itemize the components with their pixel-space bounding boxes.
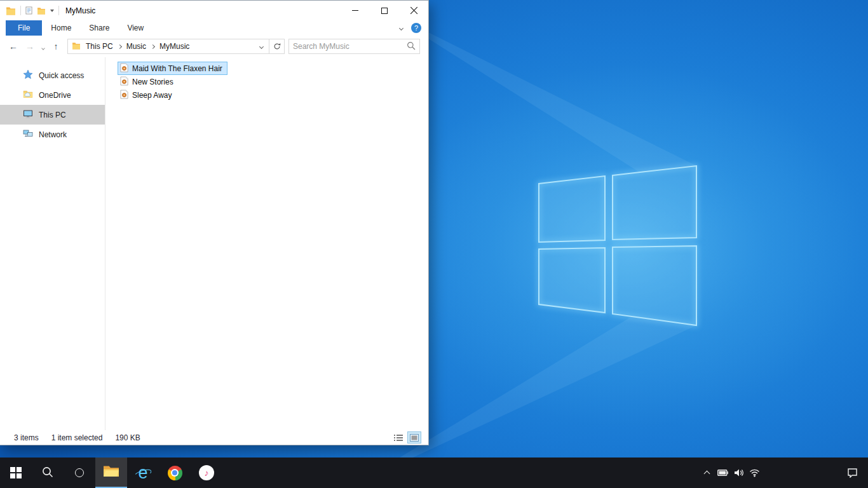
file-item-new-stories[interactable]: New Stories — [118, 75, 179, 88]
taskbar-file-explorer-button[interactable] — [95, 458, 127, 488]
internet-explorer-icon: e — [134, 464, 152, 482]
music-file-icon — [120, 63, 128, 74]
window-controls — [341, 1, 428, 20]
cortana-icon — [75, 468, 84, 477]
qat-properties-button[interactable] — [25, 6, 32, 15]
volume-button[interactable] — [731, 458, 747, 488]
titlebar-separator — [20, 6, 21, 15]
sidebar-item-quick-access[interactable]: Quick access — [0, 65, 105, 85]
sidebar-item-network[interactable]: Network — [0, 125, 105, 144]
taskbar-chrome-button[interactable] — [159, 458, 191, 488]
breadcrumb-this-pc[interactable]: This PC — [85, 42, 114, 51]
onedrive-folder-icon — [23, 89, 33, 101]
computer-icon — [23, 109, 33, 121]
sidebar-item-label: OneDrive — [39, 91, 71, 100]
file-explorer-icon — [103, 464, 119, 480]
taskbar: e ♪ — [0, 458, 868, 488]
search-icon — [42, 466, 53, 480]
up-button[interactable]: ↑ — [48, 42, 64, 51]
itunes-icon: ♪ — [199, 465, 214, 480]
network-wifi-button[interactable] — [747, 458, 763, 488]
sidebar-item-label: This PC — [39, 111, 66, 119]
sidebar-item-label: Network — [39, 130, 67, 139]
file-name: New Stories — [132, 78, 173, 86]
chevron-up-icon — [704, 471, 710, 477]
action-center-button[interactable] — [837, 458, 867, 488]
address-toolbar: ← → ↑ This PC Music MyMusic — [0, 36, 428, 57]
back-button[interactable]: ← — [5, 42, 22, 51]
ribbon-tab-bar: File Home Share View ? — [0, 20, 428, 36]
close-icon — [410, 6, 418, 15]
item-count: 3 items — [14, 433, 39, 442]
search-box — [288, 39, 420, 54]
tab-file[interactable]: File — [6, 20, 42, 36]
navigation-pane: Quick access OneDrive This PC — [0, 57, 105, 430]
chrome-icon — [168, 466, 182, 480]
recent-locations-chevron-icon[interactable] — [38, 42, 48, 51]
explorer-system-folder-icon[interactable] — [6, 6, 16, 15]
tab-view[interactable]: View — [118, 20, 153, 36]
details-view-button[interactable] — [392, 432, 405, 443]
expand-ribbon-chevron-icon[interactable] — [399, 25, 403, 30]
minimize-icon — [352, 10, 358, 11]
quick-access-star-icon — [23, 69, 33, 81]
music-file-icon — [120, 90, 128, 101]
sidebar-item-onedrive[interactable]: OneDrive — [0, 85, 105, 105]
music-file-icon — [120, 76, 128, 88]
network-icon — [23, 128, 33, 140]
status-bar: 3 items 1 item selected 190 KB — [0, 430, 428, 445]
window-title: MyMusic — [65, 6, 95, 15]
address-folder-icon — [72, 42, 81, 51]
large-icons-view-button[interactable] — [408, 432, 421, 443]
tab-share[interactable]: Share — [80, 20, 118, 36]
qat-customize-chevron-icon[interactable] — [50, 10, 54, 12]
view-toggle-buttons — [392, 432, 421, 443]
refresh-button[interactable] — [269, 39, 285, 54]
taskbar-search-button[interactable] — [32, 458, 64, 488]
file-name: Sleep Away — [132, 91, 172, 100]
taskbar-itunes-button[interactable]: ♪ — [191, 458, 222, 488]
file-list: Maid With The Flaxen Hair New Stories Sl… — [105, 57, 428, 430]
breadcrumb-chevron-icon[interactable] — [151, 44, 155, 48]
start-button[interactable] — [0, 458, 32, 488]
selection-size: 190 KB — [115, 433, 140, 442]
address-bar[interactable]: This PC Music MyMusic — [67, 39, 269, 54]
taskbar-internet-explorer-button[interactable]: e — [127, 458, 159, 488]
forward-button[interactable]: → — [22, 42, 38, 51]
maximize-icon — [381, 8, 388, 14]
file-name: Maid With The Flaxen Hair — [132, 64, 222, 73]
system-tray — [699, 458, 868, 488]
search-icon[interactable] — [407, 41, 416, 52]
windows-logo-icon — [10, 467, 22, 478]
search-input[interactable] — [293, 42, 407, 51]
volume-icon — [734, 468, 744, 477]
sidebar-item-this-pc[interactable]: This PC — [0, 105, 105, 125]
cortana-button[interactable] — [64, 458, 95, 488]
file-explorer-window: MyMusic File Home Share View ? ← → ↑ — [0, 0, 429, 445]
qat-new-folder-button[interactable] — [37, 7, 46, 15]
hidden-icons-button[interactable] — [699, 458, 715, 488]
help-button[interactable]: ? — [411, 23, 421, 33]
title-bar: MyMusic — [0, 1, 428, 20]
address-dropdown-chevron-icon[interactable] — [257, 45, 266, 48]
tray-spacer — [763, 458, 837, 488]
file-item-maid-with-the-flaxen-hair[interactable]: Maid With The Flaxen Hair — [118, 62, 227, 75]
breadcrumb-mymusic[interactable]: MyMusic — [158, 42, 191, 51]
breadcrumb-chevron-icon[interactable] — [118, 44, 122, 48]
tab-home[interactable]: Home — [42, 20, 80, 36]
selection-count: 1 item selected — [51, 433, 103, 442]
window-body: Quick access OneDrive This PC — [0, 57, 428, 430]
file-item-sleep-away[interactable]: Sleep Away — [118, 88, 177, 102]
titlebar-separator — [58, 6, 59, 15]
wifi-icon — [749, 468, 760, 477]
action-center-icon — [847, 468, 858, 478]
battery-icon — [717, 470, 728, 476]
minimize-button[interactable] — [341, 1, 370, 20]
sidebar-item-label: Quick access — [39, 71, 84, 80]
close-button[interactable] — [399, 1, 428, 20]
desktop: MyMusic File Home Share View ? ← → ↑ — [0, 0, 868, 488]
breadcrumb-music[interactable]: Music — [125, 42, 147, 51]
maximize-button[interactable] — [370, 1, 399, 20]
battery-button[interactable] — [715, 458, 731, 488]
